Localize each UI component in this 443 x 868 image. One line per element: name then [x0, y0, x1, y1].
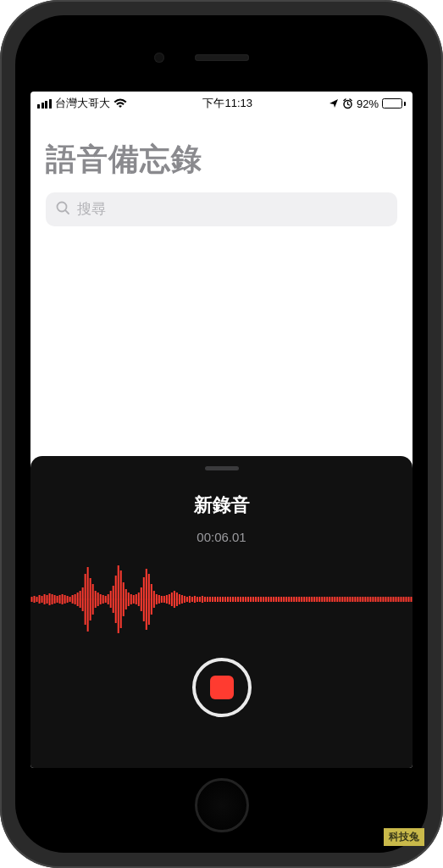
- screen: 台灣大哥大 下午11:13 92%: [30, 92, 413, 768]
- device-frame: 台灣大哥大 下午11:13 92%: [0, 0, 443, 868]
- search-icon: [56, 201, 70, 219]
- panel-grabber[interactable]: [205, 466, 239, 470]
- recording-timer: 00:06.01: [197, 530, 246, 544]
- wifi-icon: [114, 98, 127, 108]
- device-bezel: 台灣大哥大 下午11:13 92%: [15, 15, 428, 853]
- search-input[interactable]: [77, 201, 387, 218]
- battery-icon: [382, 98, 406, 108]
- battery-percent: 92%: [357, 97, 379, 110]
- waveform-display: [30, 561, 413, 637]
- page-title: 語音備忘錄: [46, 139, 397, 181]
- status-time: 下午11:13: [202, 96, 252, 111]
- alarm-icon: [342, 98, 353, 109]
- search-field[interactable]: [46, 192, 397, 226]
- stop-icon: [210, 676, 234, 699]
- carrier-label: 台灣大哥大: [55, 96, 110, 111]
- earpiece-speaker: [195, 54, 249, 61]
- recording-title: 新錄音: [194, 492, 250, 518]
- main-content: 語音備忘錄: [30, 115, 413, 456]
- location-icon: [329, 98, 339, 108]
- stop-record-button[interactable]: [192, 658, 252, 717]
- watermark-badge: 科技兔: [384, 828, 424, 846]
- front-camera: [154, 53, 164, 63]
- status-bar: 台灣大哥大 下午11:13 92%: [30, 92, 413, 115]
- svg-line-2: [65, 210, 69, 214]
- home-button[interactable]: [195, 778, 249, 832]
- cellular-signal-icon: [37, 99, 52, 108]
- recording-panel: 新錄音 00:06.01: [30, 456, 413, 768]
